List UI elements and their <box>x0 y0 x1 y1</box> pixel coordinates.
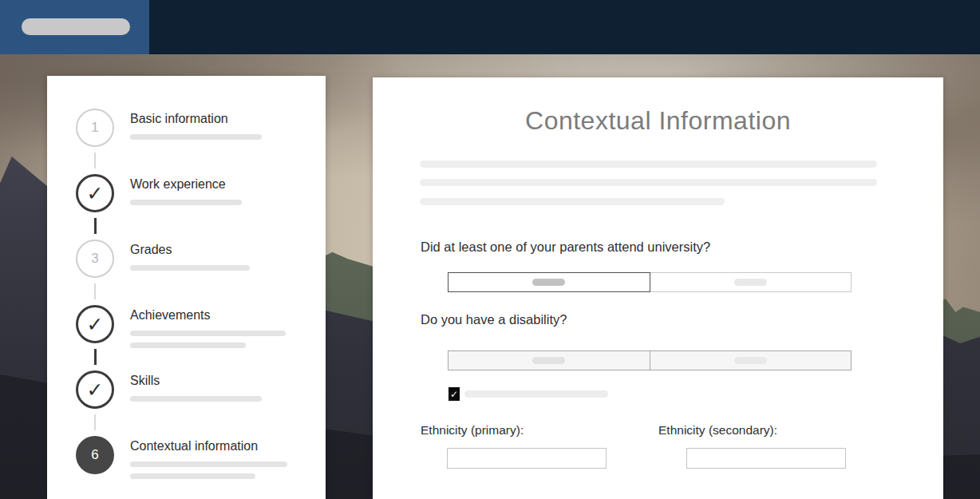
step-connector <box>94 218 97 234</box>
active-nav-tab[interactable] <box>0 0 149 54</box>
check-icon: ✓ <box>87 182 104 205</box>
step-number-circle: 1 <box>76 109 114 147</box>
question-disability-label: Do you have a disability? <box>421 312 567 327</box>
step-item-basic-information[interactable]: 1 Basic information <box>76 109 326 174</box>
skeleton-paragraph-bar <box>420 198 725 205</box>
skeleton-bar <box>130 200 242 205</box>
step-complete-circle: ✓ <box>76 370 114 409</box>
step-item-work-experience[interactable]: ✓ Work experience <box>76 174 326 240</box>
disability-option-1[interactable] <box>448 350 650 370</box>
step-complete-circle: ✓ <box>76 305 114 343</box>
option-label-placeholder <box>734 279 767 286</box>
step-label: Skills <box>130 373 262 389</box>
step-connector <box>94 414 96 430</box>
step-label: Work experience <box>130 176 242 192</box>
skeleton-bar <box>130 265 250 271</box>
check-icon: ✓ <box>87 313 104 336</box>
step-connector <box>94 349 97 365</box>
skeleton-bar <box>130 134 262 140</box>
brand-logo-placeholder <box>22 18 130 35</box>
step-complete-circle: ✓ <box>76 174 114 212</box>
stepper: 1 Basic information ✓ Work experience 3 <box>47 76 326 499</box>
skeleton-bar <box>130 473 255 479</box>
disability-option-2[interactable] <box>650 350 852 370</box>
parents-university-option-selected[interactable] <box>448 272 650 292</box>
step-label: Contextual information <box>130 438 287 454</box>
option-label-placeholder <box>734 357 767 364</box>
question-parents-university-label: Did at least one of your parents attend … <box>421 240 710 255</box>
step-item-grades[interactable]: 3 Grades <box>76 240 326 305</box>
disability-details-row: ✓ <box>449 387 608 401</box>
form-panel: Contextual Information Did at least one … <box>373 77 943 499</box>
option-label-placeholder <box>532 279 565 286</box>
checkbox-label-placeholder <box>464 390 608 398</box>
check-icon: ✓ <box>87 378 104 402</box>
page-title: Contextual Information <box>373 106 943 136</box>
step-connector <box>94 283 96 299</box>
wizard-steps-panel: 1 Basic information ✓ Work experience 3 <box>47 76 326 499</box>
skeleton-bar <box>130 331 286 336</box>
parents-university-option-unselected[interactable] <box>650 272 852 292</box>
step-label: Achievements <box>130 307 286 323</box>
skeleton-paragraph-bar <box>420 160 877 168</box>
step-number-circle: 3 <box>76 240 114 278</box>
option-label-placeholder <box>532 357 565 364</box>
step-connector <box>94 152 96 168</box>
step-item-skills[interactable]: ✓ Skills <box>76 370 326 436</box>
ethnicity-primary-label: Ethnicity (primary): <box>421 423 524 438</box>
checkbox-check-icon: ✓ <box>450 389 458 400</box>
ethnicity-secondary-input[interactable] <box>686 448 846 469</box>
skeleton-bar <box>130 343 246 348</box>
ethnicity-primary-input[interactable] <box>447 448 607 469</box>
top-navbar <box>0 0 980 54</box>
step-label: Basic information <box>130 111 262 127</box>
ethnicity-secondary-label: Ethnicity (secondary): <box>658 423 777 438</box>
skeleton-paragraph-bar <box>420 179 877 186</box>
skeleton-bar <box>130 461 287 467</box>
step-label: Grades <box>130 242 250 258</box>
step-number: 6 <box>91 447 98 463</box>
parents-university-options <box>448 272 852 292</box>
step-number: 3 <box>91 251 98 267</box>
step-active-circle: 6 <box>76 436 114 474</box>
step-item-contextual-information[interactable]: 6 Contextual information <box>76 436 326 499</box>
disability-options <box>448 350 852 370</box>
step-item-achievements[interactable]: ✓ Achievements <box>76 305 326 370</box>
skeleton-bar <box>130 396 262 402</box>
disability-details-checkbox[interactable]: ✓ <box>449 387 460 401</box>
step-number: 1 <box>91 120 98 136</box>
